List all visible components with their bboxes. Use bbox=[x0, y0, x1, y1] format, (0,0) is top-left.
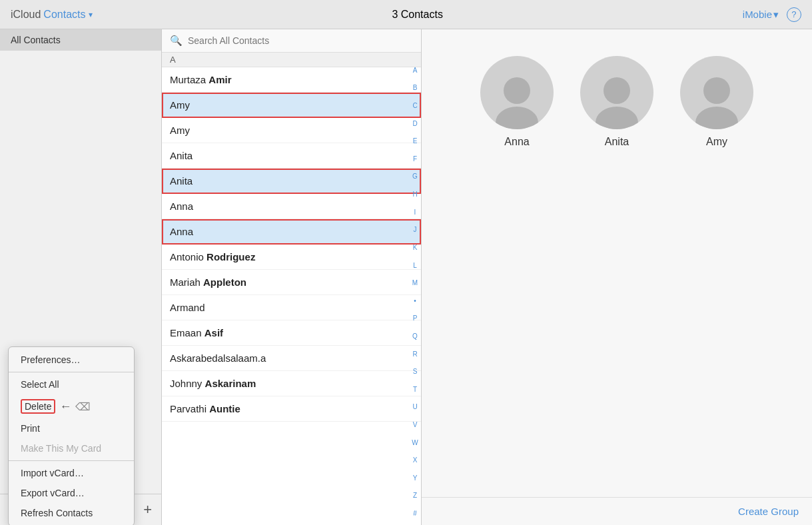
search-bar: 🔍 bbox=[162, 29, 421, 53]
app-header: iCloud Contacts ▾ 3 Contacts iMobie ▾ ? bbox=[0, 0, 812, 29]
svg-point-2 bbox=[604, 77, 630, 104]
contact-row[interactable]: Antonio Rodriguez bbox=[162, 245, 421, 270]
detail-card-name: Amy bbox=[706, 136, 727, 148]
contact-first: Anita bbox=[170, 150, 193, 161]
contact-first: Johnny bbox=[170, 378, 202, 389]
contact-list: 🔍 AMurtaza AmirAmyAmyAnitaAnitaAnnaAnnaA… bbox=[162, 29, 422, 525]
contacts-count: 3 Contacts bbox=[392, 9, 442, 21]
contact-first: Amy bbox=[170, 125, 190, 136]
contact-row[interactable]: Johnny Askarinam bbox=[162, 371, 421, 396]
contact-first: Anna bbox=[170, 201, 193, 212]
contact-last: Asif bbox=[204, 327, 223, 338]
ctx-separator-1 bbox=[9, 372, 134, 372]
avatar bbox=[480, 56, 554, 129]
alpha-letter-p[interactable]: P bbox=[413, 314, 418, 322]
detail-footer: Create Group bbox=[422, 497, 812, 525]
contact-last: Auntie bbox=[209, 403, 240, 414]
detail-panel: Anna Anita Amy Create Group bbox=[422, 29, 812, 525]
contact-first: Murtaza bbox=[170, 74, 206, 85]
alphabet-index[interactable]: ABCDEFGHIJKLM•PQRSTUVWXYZ# bbox=[409, 59, 421, 525]
svg-point-1 bbox=[496, 107, 538, 129]
alpha-letter-g[interactable]: G bbox=[412, 173, 418, 180]
alpha-letter-l[interactable]: L bbox=[413, 262, 417, 269]
ctx-make-my-card: Make This My Card bbox=[9, 438, 134, 458]
alpha-letter-w[interactable]: W bbox=[412, 439, 418, 446]
ctx-separator-2 bbox=[9, 460, 134, 461]
icloud-label: iCloud bbox=[11, 9, 41, 21]
imobie-label: iMobie bbox=[743, 9, 772, 20]
contact-first: Parvathi bbox=[170, 403, 206, 414]
alpha-letter-d[interactable]: D bbox=[412, 120, 417, 127]
alpha-letter-z[interactable]: Z bbox=[413, 492, 417, 499]
contact-row[interactable]: Mariah Appleton bbox=[162, 270, 421, 295]
detail-card: Amy bbox=[680, 56, 753, 148]
contact-row[interactable]: Murtaza Amir bbox=[162, 67, 421, 93]
alpha-letter-a[interactable]: A bbox=[413, 67, 418, 74]
main-layout: All Contacts ⚙ + Preferences… Select All… bbox=[0, 29, 812, 525]
alpha-letter-e[interactable]: E bbox=[413, 137, 418, 145]
sidebar-item-all-contacts[interactable]: All Contacts bbox=[0, 29, 161, 51]
contact-row[interactable]: Askarabedalsalaam.a bbox=[162, 346, 421, 371]
contact-row[interactable]: Anita bbox=[162, 169, 421, 194]
alpha-letter-•[interactable]: • bbox=[414, 297, 416, 304]
imobie-button[interactable]: iMobie ▾ bbox=[743, 9, 779, 21]
ctx-print[interactable]: Print bbox=[9, 418, 134, 438]
contact-row[interactable]: Parvathi Auntie bbox=[162, 396, 421, 422]
alpha-letter-i[interactable]: I bbox=[414, 209, 416, 216]
contact-row[interactable]: Anna bbox=[162, 219, 421, 245]
context-menu: Preferences… Select All Delete ← ⌫ Print… bbox=[8, 346, 135, 525]
alpha-letter-x[interactable]: X bbox=[413, 456, 418, 464]
contacts-label[interactable]: Contacts bbox=[43, 9, 85, 21]
ctx-import-vcard[interactable]: Import vCard… bbox=[9, 463, 134, 483]
header-left: iCloud Contacts ▾ bbox=[11, 9, 93, 21]
ctx-preferences[interactable]: Preferences… bbox=[9, 350, 134, 370]
alpha-letter-k[interactable]: K bbox=[413, 244, 418, 251]
alpha-letter-r[interactable]: R bbox=[412, 350, 417, 358]
help-button[interactable]: ? bbox=[787, 7, 801, 22]
backspace-icon: ⌫ bbox=[75, 400, 91, 413]
contact-first: Emaan bbox=[170, 327, 202, 338]
contact-row[interactable]: Anna bbox=[162, 194, 421, 219]
alpha-letter-f[interactable]: F bbox=[413, 155, 417, 163]
contact-row[interactable]: Armand bbox=[162, 295, 421, 320]
alpha-letter-b[interactable]: B bbox=[413, 84, 418, 91]
alpha-letter-q[interactable]: Q bbox=[412, 332, 418, 340]
alpha-letter-v[interactable]: V bbox=[413, 421, 418, 428]
alpha-letter-u[interactable]: U bbox=[412, 403, 417, 410]
avatar-icon bbox=[587, 69, 647, 129]
contacts-scroll: AMurtaza AmirAmyAmyAnitaAnitaAnnaAnnaAnt… bbox=[162, 53, 421, 525]
section-header-a: A bbox=[162, 53, 421, 67]
alpha-letter-c[interactable]: C bbox=[412, 102, 417, 109]
svg-point-3 bbox=[596, 107, 638, 129]
contact-row[interactable]: Anita bbox=[162, 143, 421, 169]
help-label: ? bbox=[791, 9, 796, 19]
alpha-letter-t[interactable]: T bbox=[413, 386, 417, 393]
ctx-delete[interactable]: Delete ← ⌫ bbox=[9, 394, 134, 418]
contact-row[interactable]: Amy bbox=[162, 93, 421, 118]
contact-first: Armand bbox=[170, 302, 205, 313]
ctx-export-vcard[interactable]: Export vCard… bbox=[9, 483, 134, 503]
contact-first: Mariah bbox=[170, 276, 201, 288]
create-group-button[interactable]: Create Group bbox=[738, 506, 799, 517]
contact-first: Amy bbox=[170, 99, 190, 111]
detail-top: Anna Anita Amy bbox=[422, 29, 812, 161]
ctx-refresh[interactable]: Refresh Contacts bbox=[9, 503, 134, 523]
alpha-letter-s[interactable]: S bbox=[413, 368, 418, 375]
search-icon: 🔍 bbox=[170, 35, 183, 47]
alpha-letter-m[interactable]: M bbox=[412, 279, 418, 286]
detail-card: Anna bbox=[480, 56, 554, 148]
alpha-letter-j[interactable]: J bbox=[414, 226, 417, 233]
imobie-chevron-icon: ▾ bbox=[773, 9, 779, 21]
detail-card: Anita bbox=[580, 56, 653, 148]
contact-row[interactable]: Amy bbox=[162, 118, 421, 143]
contact-last: Amir bbox=[208, 74, 231, 85]
contact-row[interactable]: Emaan Asif bbox=[162, 320, 421, 346]
contact-first: Antonio bbox=[170, 251, 204, 262]
alpha-letter-#[interactable]: # bbox=[413, 510, 417, 517]
alpha-letter-y[interactable]: Y bbox=[413, 474, 418, 482]
search-input[interactable] bbox=[188, 35, 413, 46]
contacts-dropdown-chevron[interactable]: ▾ bbox=[89, 10, 93, 19]
ctx-select-all[interactable]: Select All bbox=[9, 374, 134, 394]
add-contact-icon[interactable]: + bbox=[143, 501, 152, 518]
alpha-letter-h[interactable]: H bbox=[412, 191, 417, 198]
